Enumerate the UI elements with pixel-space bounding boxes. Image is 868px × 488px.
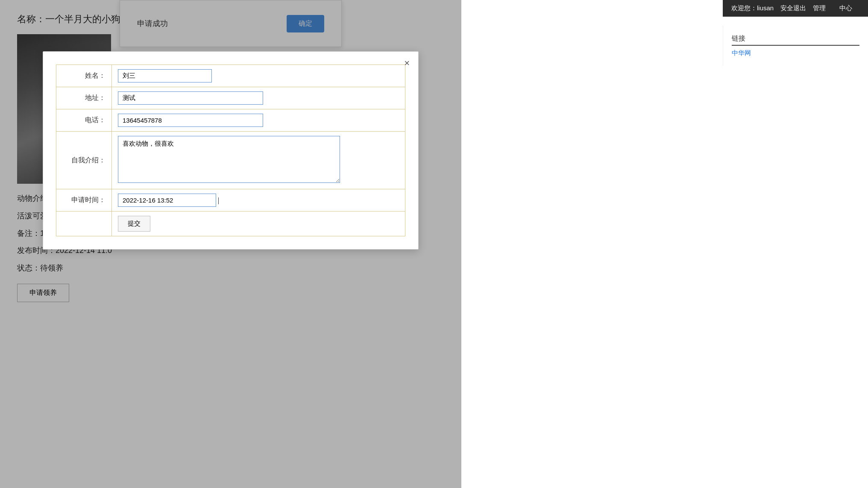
form-row-phone: 电话： [56,109,405,132]
form-row-time: 申请时间： [56,189,405,212]
name-input[interactable] [118,69,212,82]
address-cell [112,87,405,109]
phone-label: 电话： [56,109,112,132]
form-row-address: 地址： [56,87,405,109]
text-cursor [218,197,219,204]
address-label: 地址： [56,87,112,109]
admin-link[interactable]: 管理 [813,4,826,12]
phone-input[interactable] [118,114,263,127]
name-cell [112,65,405,87]
intro-textarea[interactable] [118,136,340,183]
modal-dialog: × 姓名： 地址： 电话： [43,51,419,250]
address-input[interactable] [118,91,263,105]
logout-link[interactable]: 安全退出 [780,4,806,12]
submit-button[interactable]: 提交 [118,216,150,232]
right-sidebar: 链接 中华网 [723,26,868,66]
topbar: 欢迎您：liusan 安全退出 管理 中心 [723,0,868,17]
submit-cell: 提交 [112,212,405,236]
adoption-form: 姓名： 地址： 电话： [56,65,405,236]
center-link[interactable]: 中心 [839,4,852,12]
sidebar-link-title: 链接 [732,34,859,46]
intro-label: 自我介绍： [56,132,112,189]
modal-overlay: × 姓名： 地址： 电话： [0,0,461,488]
name-label: 姓名： [56,65,112,87]
form-row-intro: 自我介绍： [56,132,405,189]
submit-label-cell [56,212,112,236]
welcome-text: 欢迎您：liusan [731,4,774,12]
time-label: 申请时间： [56,189,112,212]
form-row-submit: 提交 [56,212,405,236]
sidebar-link-item[interactable]: 中华网 [732,49,859,57]
form-row-name: 姓名： [56,65,405,87]
intro-cell [112,132,405,189]
phone-cell [112,109,405,132]
time-input[interactable] [118,194,216,207]
time-cell [112,189,405,212]
modal-close-button[interactable]: × [404,58,410,69]
